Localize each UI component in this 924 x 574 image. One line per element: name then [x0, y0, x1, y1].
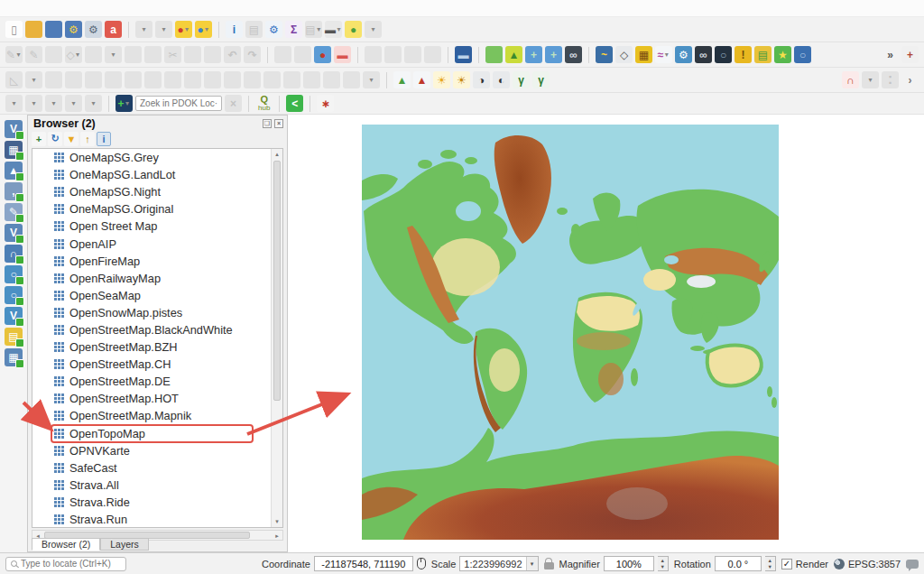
- graph-builder-button[interactable]: ∗: [317, 95, 334, 112]
- save-project-button[interactable]: [45, 21, 62, 38]
- db-manager-button[interactable]: ▬: [455, 46, 472, 63]
- new-project-button[interactable]: ▯: [5, 21, 23, 38]
- messages-icon[interactable]: [906, 560, 919, 569]
- menu-item[interactable]: [29, 7, 42, 9]
- add-spatialite-layer-button[interactable]: ✎: [5, 203, 23, 221]
- menu-item[interactable]: [4, 7, 16, 9]
- magnifier-input[interactable]: [604, 556, 654, 571]
- list-item[interactable]: OPNVKarte: [32, 442, 282, 459]
- mesh-calculator-button[interactable]: ▲: [505, 46, 522, 63]
- scroll-right-icon[interactable]: ▸: [272, 531, 282, 540]
- add-selected-layers-button[interactable]: +: [32, 132, 46, 146]
- magnifier-spinner[interactable]: ▲▼: [658, 556, 669, 571]
- save-project-as-button[interactable]: ⚙: [65, 21, 82, 38]
- search-layers-button[interactable]: +: [525, 46, 542, 63]
- list-item[interactable]: Open Street Map: [32, 218, 282, 235]
- pdok-services-button[interactable]: +▾: [116, 95, 133, 112]
- list-item[interactable]: Strava.Run: [32, 511, 282, 528]
- locator-input[interactable]: [21, 559, 121, 569]
- add-raster-layer-button[interactable]: ▦: [5, 141, 23, 159]
- menu-item[interactable]: [117, 7, 130, 9]
- processing-gear-button[interactable]: ⚙: [675, 46, 692, 63]
- show-sum-button[interactable]: Σ: [285, 21, 302, 38]
- globe-dark-button[interactable]: ○: [715, 46, 732, 63]
- snapping-toggle-button[interactable]: ∩: [842, 71, 859, 88]
- profile-tool-button[interactable]: ≈▾: [655, 46, 672, 63]
- add-wcs-layer-button[interactable]: ○: [5, 286, 23, 304]
- menu-item[interactable]: [67, 7, 79, 9]
- decrease-brightness-button[interactable]: ☀: [453, 71, 470, 88]
- tab-layers[interactable]: Layers: [100, 538, 149, 551]
- select-by-value-button[interactable]: ●▾: [175, 21, 192, 38]
- decrease-contrast-button[interactable]: ◐: [493, 71, 510, 88]
- add-wfs-layer-button[interactable]: V: [5, 307, 23, 325]
- full-histogram-stretch-button[interactable]: ▲: [413, 71, 430, 88]
- add-vector-layer-button[interactable]: V: [5, 120, 23, 138]
- mouse-extent-icon[interactable]: [417, 558, 426, 569]
- menu-item[interactable]: [54, 7, 67, 9]
- render-checkbox[interactable]: ✓: [781, 559, 792, 569]
- search-wcs-button[interactable]: +: [545, 46, 562, 63]
- rotation-input[interactable]: [715, 556, 762, 571]
- list-item[interactable]: OpenSeaMap: [32, 287, 282, 304]
- menu-item[interactable]: [92, 7, 105, 9]
- pdok-search-input[interactable]: [135, 96, 222, 111]
- scroll-up-icon[interactable]: ▴: [272, 149, 282, 160]
- add-virtual-table-button[interactable]: ▦: [5, 348, 23, 366]
- list-item[interactable]: OpenTopoMap: [32, 425, 282, 442]
- list-item[interactable]: Strava.All: [32, 477, 282, 494]
- style-manager-button[interactable]: a: [105, 21, 122, 38]
- menu-item[interactable]: [168, 7, 180, 9]
- add-mesh-layer-button[interactable]: ▲: [5, 162, 23, 180]
- quick-map-services-button[interactable]: !: [735, 46, 752, 63]
- add-postgis-layer-button[interactable]: ∩: [5, 245, 23, 263]
- add-delimited-text-layer-button[interactable]: ,: [5, 182, 23, 200]
- options-button[interactable]: ⚙: [265, 21, 282, 38]
- list-item[interactable]: OneMapSG.Grey: [32, 149, 282, 166]
- identify-features-button[interactable]: i: [226, 21, 243, 38]
- select-by-location-button[interactable]: ●▾: [195, 21, 212, 38]
- project-properties-button[interactable]: ⚙: [85, 21, 102, 38]
- lock-icon[interactable]: [544, 562, 554, 569]
- qgis-hub-button[interactable]: Q hub: [258, 95, 270, 112]
- list-item[interactable]: OpenSnowMap.pistes: [32, 304, 282, 321]
- show-properties-button[interactable]: i: [97, 132, 111, 146]
- add-wms-layer-button[interactable]: ○: [5, 265, 23, 283]
- list-item[interactable]: OpenStreetMap.HOT: [32, 390, 282, 407]
- menu-item[interactable]: [16, 7, 29, 9]
- measure-button[interactable]: ▬▾: [325, 21, 342, 38]
- list-item[interactable]: OpenStreetMap.Mapnik: [32, 407, 282, 424]
- menu-item[interactable]: [143, 7, 155, 9]
- rotation-spinner[interactable]: ▲▼: [765, 556, 776, 571]
- list-item[interactable]: OpenAIP: [32, 235, 282, 252]
- scrollbar-thumb[interactable]: [273, 161, 281, 401]
- filter-browser-button[interactable]: ▼: [64, 132, 79, 146]
- increase-gamma-button[interactable]: γ: [513, 71, 530, 88]
- metasearch-button[interactable]: [485, 46, 503, 63]
- map-tips-button[interactable]: ●: [345, 21, 362, 38]
- chevron-down-icon[interactable]: ▾: [526, 557, 538, 570]
- scroll-down-icon[interactable]: ▾: [272, 516, 282, 527]
- scale-combobox[interactable]: 1:223996992 ▾: [459, 556, 538, 571]
- decrease-gamma-button[interactable]: γ: [532, 71, 550, 88]
- list-item[interactable]: OpenFireMap: [32, 253, 282, 270]
- pin-labels-button[interactable]: ●: [314, 46, 331, 63]
- menu-item[interactable]: [105, 7, 117, 9]
- open-project-button[interactable]: [25, 21, 42, 38]
- list-item[interactable]: OpenStreetMap.BZH: [32, 338, 282, 356]
- list-item[interactable]: OneMapSG.LandLot: [32, 166, 282, 183]
- dem-terrain-button[interactable]: ★: [774, 46, 791, 63]
- binoculars-search-button[interactable]: ∞: [565, 46, 582, 63]
- list-item[interactable]: OpenStreetMap.CH: [32, 356, 282, 373]
- refresh-button[interactable]: ↻: [48, 132, 62, 146]
- toolbar-overflow-button[interactable]: »: [882, 46, 899, 63]
- crosshair-tool-button[interactable]: +: [901, 46, 919, 63]
- add-arcgis-layer-button[interactable]: ▤: [5, 328, 23, 346]
- menu-item[interactable]: [130, 7, 143, 9]
- crs-group[interactable]: EPSG:3857: [834, 559, 901, 569]
- list-item[interactable]: OpenStreetMap.DE: [32, 373, 282, 390]
- tab-browser[interactable]: Browser (2): [32, 538, 100, 551]
- increase-brightness-button[interactable]: ☀: [433, 71, 450, 88]
- binoculars-dark-button[interactable]: ∞: [695, 46, 712, 63]
- menu-item[interactable]: [42, 7, 54, 9]
